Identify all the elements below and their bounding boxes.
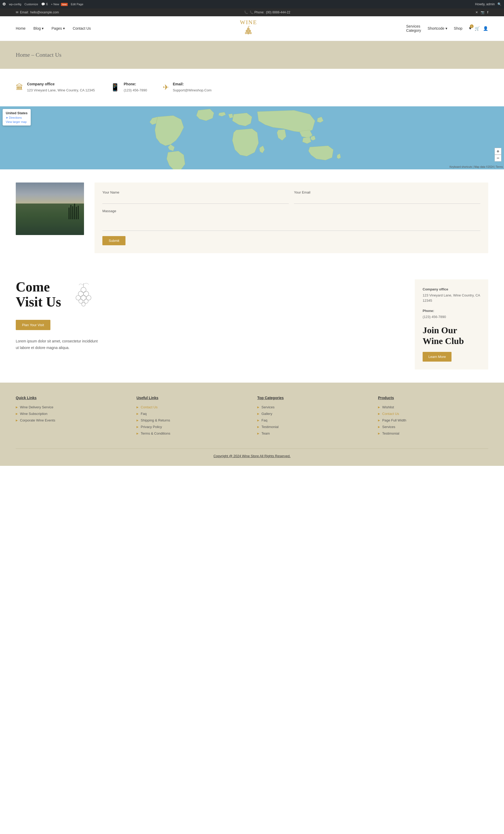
nav-left: Home Blog ▾ Pages ▾ Contact Us bbox=[16, 26, 91, 30]
email-input[interactable] bbox=[294, 196, 480, 204]
email-icon: ✈ bbox=[163, 83, 169, 92]
category-link-2[interactable]: Gallery bbox=[261, 412, 272, 416]
footer-products: Products ▶Wishlist ▶Contact Us ▶Page Ful… bbox=[378, 396, 488, 438]
wishlist-button[interactable]: ♥ 1 bbox=[469, 26, 472, 31]
admin-bar-comments[interactable]: 💬 6 bbox=[41, 2, 48, 6]
nav-contact[interactable]: Contact Us bbox=[73, 26, 91, 30]
breadcrumb-section: Home – Contact Us bbox=[0, 41, 504, 69]
cart-icon[interactable]: 🛒 bbox=[475, 26, 480, 31]
arrow-icon: ▶ bbox=[137, 425, 139, 428]
useful-link-2[interactable]: Faq bbox=[141, 412, 146, 416]
email-address: Support@Wineshop.Com bbox=[173, 88, 211, 93]
arrow-icon: ▶ bbox=[257, 419, 259, 422]
quick-links-title: Quick Links bbox=[16, 396, 126, 400]
visit-phone-label: Phone: bbox=[422, 309, 480, 313]
useful-link-4[interactable]: Privacy Policy bbox=[141, 425, 162, 429]
phone-number: (123) 456-7890 bbox=[124, 88, 147, 93]
phone-icon: 📱 bbox=[111, 83, 120, 92]
new-badge: New bbox=[61, 3, 68, 6]
trees-illustration bbox=[69, 203, 79, 219]
list-item: ▶Wine Delivery Service bbox=[16, 405, 126, 409]
logo-grape-icon bbox=[243, 26, 254, 36]
message-input[interactable] bbox=[102, 215, 480, 231]
top-bar-email: ✉ Email: hello@example.com bbox=[16, 10, 59, 14]
nav-shortcode[interactable]: Shortcode ▾ bbox=[428, 26, 447, 30]
arrow-icon: ▶ bbox=[378, 406, 380, 409]
footer-top-categories: Top Categories ▶Services ▶Gallery ▶Faq ▶… bbox=[257, 396, 367, 438]
top-bar-social: ✕ 📷 f bbox=[475, 10, 488, 14]
product-link-2[interactable]: Contact Us bbox=[382, 412, 399, 416]
phone-icon: 📞 bbox=[244, 10, 248, 14]
facebook-link[interactable]: f bbox=[487, 10, 488, 14]
join-title: Join Our Wine Club bbox=[422, 325, 480, 347]
quick-links-list: ▶Wine Delivery Service ▶Wine Subscriptio… bbox=[16, 405, 126, 422]
nav-blog[interactable]: Blog ▾ bbox=[33, 26, 44, 30]
list-item: ▶Services bbox=[257, 405, 367, 409]
admin-search-icon[interactable]: 🔍 bbox=[498, 2, 501, 6]
product-link-5[interactable]: Testimonial bbox=[382, 432, 399, 435]
quick-link-3[interactable]: Corporate Wine Events bbox=[20, 418, 55, 422]
useful-link-1[interactable]: Contact Us bbox=[141, 405, 158, 409]
arrow-icon: ▶ bbox=[378, 432, 380, 435]
product-link-3[interactable]: Page Full Width bbox=[382, 418, 406, 422]
nav-home[interactable]: Home bbox=[16, 26, 25, 30]
map-directions[interactable]: ➤ Directions bbox=[6, 116, 27, 119]
list-item: ▶Wishlist bbox=[378, 405, 488, 409]
nav-services-category[interactable]: Category bbox=[406, 28, 421, 32]
arrow-icon: ▶ bbox=[378, 425, 380, 428]
useful-link-3[interactable]: Shipping & Returns bbox=[141, 418, 170, 422]
top-categories-title: Top Categories bbox=[257, 396, 367, 400]
product-link-4[interactable]: Services bbox=[382, 425, 395, 429]
nav-shop[interactable]: Shop bbox=[454, 26, 462, 30]
world-map bbox=[0, 106, 504, 169]
contact-info-section: 🏛 Company office 123 Vineyard Lane, Wine… bbox=[0, 69, 504, 106]
email-link[interactable]: hello@example.com bbox=[30, 10, 59, 14]
nav-pages[interactable]: Pages ▾ bbox=[51, 26, 65, 30]
quick-link-1[interactable]: Wine Delivery Service bbox=[20, 405, 53, 409]
visit-office-label: Company office bbox=[422, 287, 480, 291]
map-zoom-in[interactable]: + bbox=[495, 148, 501, 155]
twitter-link[interactable]: ✕ bbox=[475, 10, 478, 14]
directions-icon: ➤ bbox=[6, 116, 8, 119]
office-address: 123 Vineyard Lane, Wine Country, CA 1234… bbox=[27, 88, 95, 93]
svg-point-14 bbox=[79, 299, 83, 303]
svg-point-15 bbox=[84, 299, 88, 303]
learn-more-button[interactable]: Learn More bbox=[422, 352, 452, 361]
map-section: United States ➤ Directions View larger m… bbox=[0, 106, 504, 169]
admin-bar-new[interactable]: + New New bbox=[51, 3, 68, 6]
wishlist-badge-count: 1 bbox=[470, 24, 474, 28]
category-link-5[interactable]: Team bbox=[261, 432, 270, 435]
map-attribution: Keyboard shortcuts | Map data ©2024 | Te… bbox=[450, 166, 503, 168]
site-logo[interactable]: WINE bbox=[240, 19, 257, 38]
category-link-3[interactable]: Faq bbox=[261, 418, 267, 422]
plan-visit-button[interactable]: Plan Your Visit bbox=[16, 320, 50, 330]
visit-section: Come Visit Us bbox=[0, 266, 504, 382]
svg-point-3 bbox=[247, 32, 250, 35]
main-nav: Home Blog ▾ Pages ▾ Contact Us WINE Serv… bbox=[0, 16, 504, 41]
category-link-1[interactable]: Services bbox=[261, 405, 275, 409]
product-link-1[interactable]: Wishlist bbox=[382, 405, 394, 409]
user-icon[interactable]: 👤 bbox=[483, 26, 488, 31]
copyright-link[interactable]: Copyright @ 2024 Wine Store All Rights R… bbox=[213, 454, 291, 458]
svg-point-16 bbox=[82, 303, 85, 306]
useful-link-5[interactable]: Terms & Conditions bbox=[141, 432, 170, 435]
map-larger-link[interactable]: View larger map bbox=[6, 120, 27, 124]
admin-bar-wpconfig[interactable]: wp-config bbox=[9, 3, 21, 6]
quick-link-2[interactable]: Wine Subscription bbox=[20, 412, 47, 416]
visit-description: Lorem ipsum dolor sit amet, consectetur … bbox=[16, 338, 100, 351]
name-input[interactable] bbox=[102, 196, 289, 204]
category-link-4[interactable]: Testimonial bbox=[261, 425, 278, 429]
admin-bar-customize[interactable]: Customize bbox=[24, 3, 38, 6]
instagram-link[interactable]: 📷 bbox=[481, 10, 485, 14]
map-zoom-out[interactable]: − bbox=[495, 155, 501, 161]
map-info-box: United States ➤ Directions View larger m… bbox=[3, 109, 31, 126]
wp-logo-icon[interactable]: 🅦 bbox=[3, 2, 6, 6]
admin-bar-right: Howdy, admin 🔍 bbox=[475, 2, 501, 6]
visit-left: Come Visit Us bbox=[16, 279, 415, 351]
submit-button[interactable]: Submit bbox=[102, 236, 125, 245]
nav-services[interactable]: Services bbox=[406, 24, 420, 28]
arrow-icon: ▶ bbox=[257, 432, 259, 435]
list-item: ▶Faq bbox=[137, 412, 247, 416]
admin-bar-edit-page[interactable]: Edit Page bbox=[71, 3, 84, 6]
footer-copyright: Copyright @ 2024 Wine Store All Rights R… bbox=[16, 448, 488, 458]
